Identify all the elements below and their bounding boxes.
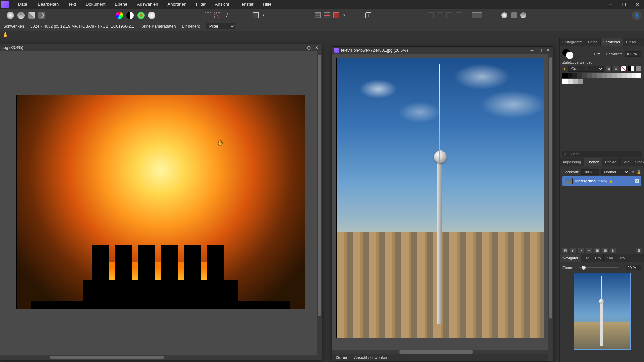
doc-right-close[interactable]: ✕ [545,48,551,53]
menu-bearbeiten[interactable]: Bearbeiten [33,0,63,9]
swatch-spectrum-icon[interactable] [116,12,123,19]
layer-add-fx-icon[interactable]: fx [578,248,584,253]
menu-hilfe[interactable]: Hilfe [258,0,276,9]
menu-text[interactable]: Text [63,0,81,9]
history-flag1-icon[interactable] [446,12,452,18]
window-maximize[interactable]: ❐ [617,0,631,9]
menu-filter[interactable]: Filter [191,0,210,9]
menu-fenster[interactable]: Fenster [234,0,258,9]
doc-right-minimize[interactable]: ─ [529,48,535,53]
swatch-bw-icon[interactable] [628,66,634,71]
crop-dropdown-icon[interactable]: ▼ [262,14,265,17]
tab-pro[interactable]: Pro [592,254,604,262]
tab-kan[interactable]: Kan [604,254,616,262]
doc-left-close[interactable]: ✕ [314,45,320,50]
tab-pinsel[interactable]: Pinsel [623,38,639,46]
layer-settings-icon[interactable]: ⚙ [631,170,635,174]
tab-stock[interactable]: Stock [632,158,644,166]
window-close[interactable]: ✕ [631,0,644,9]
menu-ebene[interactable]: Ebene [110,0,132,9]
assist-circle3-icon[interactable] [520,12,526,18]
swatch-tint-icon[interactable] [148,12,155,19]
tab-navigator[interactable]: Navigator [560,254,581,262]
tab-32v[interactable]: 32V [616,254,629,262]
units-select[interactable]: Pixel [206,23,235,29]
layer-add-mask-icon[interactable]: ◩ [562,248,568,253]
doc-left-maximize[interactable]: ▢ [306,45,312,50]
info-icon[interactable]: i [365,12,371,18]
swap-colors-icon[interactable]: ⇄ [597,52,600,56]
selection-rect-icon[interactable] [205,12,211,18]
tab-ebenen[interactable]: Ebenen [584,158,602,166]
menu-ansicht[interactable]: Ansicht [210,0,234,9]
guides-icon[interactable] [324,12,330,18]
doc-left-canvas[interactable]: ✋ [0,51,322,355]
navigator-preview[interactable] [574,273,631,350]
grey-steps[interactable] [562,79,583,84]
tab-stile[interactable]: Stile [620,158,632,166]
doc-right-maximize[interactable]: ▢ [537,48,543,53]
grey-ramp[interactable] [562,73,641,78]
persona-liquify-icon[interactable] [17,12,25,19]
zoom-value[interactable] [626,265,641,270]
tab-anpassung[interactable]: Anpassung [560,158,584,166]
window-minimize[interactable]: ─ [604,0,617,9]
hand-tool-icon[interactable]: ✋ [3,32,8,37]
history-flag2-icon[interactable] [456,12,462,18]
layer-delete-icon[interactable]: 🗑 [610,248,616,253]
doc-left-vscroll[interactable] [317,51,322,355]
snap-dropdown-icon[interactable]: ▼ [343,14,346,17]
layer-merge-icon[interactable]: ⇊ [636,248,642,253]
fg-bg-color[interactable] [562,49,575,59]
menu-auswaehlen[interactable]: Auswählen [132,0,163,9]
layer-add-live-icon[interactable]: ✧ [586,248,592,253]
doc-right-canvas[interactable] [332,54,553,350]
tab-farbfelder[interactable]: Farbfelder [601,38,623,46]
layer-add-pixel-icon[interactable]: ▦ [602,248,608,253]
selection-text-icon[interactable]: 𝐼 [224,12,230,18]
eyedropper-icon[interactable]: ⌖ [593,52,595,56]
layer-locked-icon[interactable]: 🔒 [609,179,613,183]
assist-circle2-icon[interactable] [511,12,517,18]
history-back-icon[interactable] [428,12,434,18]
grid-icon[interactable] [315,12,321,18]
menu-dokument[interactable]: Dokument [81,0,110,9]
layer-group-icon[interactable]: ▣ [594,248,600,253]
persona-export-icon[interactable] [38,12,45,19]
tab-effekte[interactable]: Effekte [602,158,620,166]
menu-anordnen[interactable]: Anordnen [163,0,191,9]
layer-visible-toggle[interactable]: ✓ [635,179,639,183]
layout-icon[interactable] [472,12,482,18]
search-input[interactable] [562,151,642,157]
assist-circle1-icon[interactable] [501,12,507,18]
swatch-list-icon[interactable]: ≡ [613,66,619,71]
swatch-greyscale-icon[interactable] [126,12,134,19]
tab-tra[interactable]: Tra [581,254,592,262]
persona-develop-icon[interactable] [28,12,35,19]
zoom-out-icon[interactable]: − [575,266,577,270]
layer-opacity-value[interactable] [581,169,599,175]
swatch-none-icon[interactable] [621,66,627,71]
doc-right-hscroll[interactable] [332,350,548,354]
persona-photo-icon[interactable] [7,12,14,19]
layer-item[interactable]: Hintergrund (Pixel) 🔒 ✓ [562,176,641,186]
tab-histogramm[interactable]: Histogramm [560,38,585,46]
swatch-grid-icon[interactable]: ▦ [606,66,612,71]
account-avatar[interactable]: 👤 [632,11,641,20]
selection-cancel-icon[interactable]: ╲ [214,12,220,18]
swatch-hue-icon[interactable] [137,12,145,19]
crop-icon[interactable] [253,12,259,18]
zoom-in-icon[interactable]: ＋ [620,265,624,270]
layer-blend-select[interactable]: Normal [601,169,629,175]
snap-icon[interactable] [333,12,339,18]
doc-right-vscroll[interactable] [548,54,553,356]
opacity-value[interactable] [625,51,641,57]
swatch-mid-icon[interactable] [635,66,641,71]
menu-datei[interactable]: Datei [13,0,33,9]
tab-farbe[interactable]: Farbe [585,38,601,46]
doc-left-minimize[interactable]: ─ [298,45,304,50]
doc-left-hscroll[interactable] [0,355,317,360]
palette-select[interactable]: Grautöne [568,66,604,72]
layer-add-adjust-icon[interactable]: ◐ [570,248,576,253]
history-forward-icon[interactable] [437,12,443,18]
